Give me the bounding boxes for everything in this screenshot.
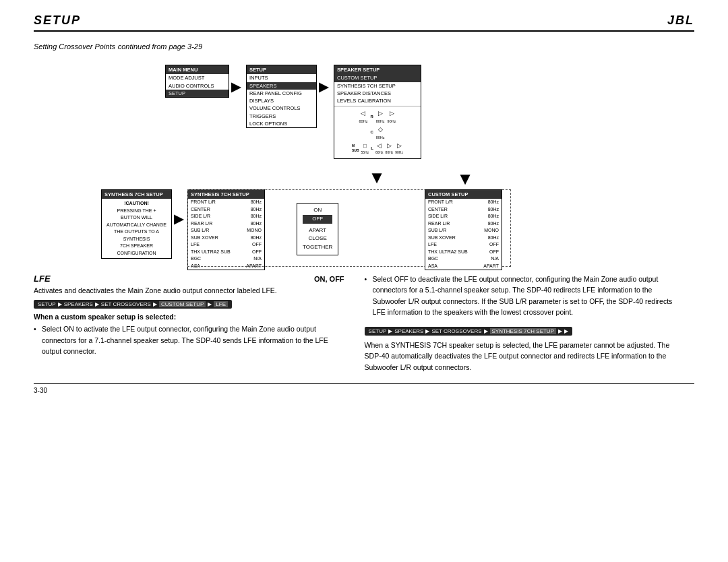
speaker-setup-synthesis: SYNTHESIS 7CH SETUP xyxy=(334,82,421,90)
menu-item-setup: SETUP xyxy=(166,90,229,97)
speaker-setup-title: SPEAKER SETUP xyxy=(334,65,421,74)
top-diagram: MAIN MENU MODE ADJUST AUDIO CONTROLS SET… xyxy=(34,58,694,267)
arrow-2: ▶ xyxy=(319,80,328,94)
setup-menu-title: SETUP xyxy=(247,65,316,74)
section-title: Setting Crossover Points continued from … xyxy=(34,41,694,51)
speaker-row-sub: MSUB □ 55Hz L ◁ 60Hz ▷ 80Hz ▷ xyxy=(337,142,418,156)
lfe-section: LFE ON, OFF Activates and deactivates th… xyxy=(34,274,694,373)
bc-custom-setup: CUSTOM SETUP xyxy=(159,301,206,307)
synthesis-warning-box: SYNTHESIS 7CH SETUP !CAUTION! PRESSING T… xyxy=(101,189,172,259)
spk-left: ◁ 60Hz xyxy=(359,109,368,124)
lfe-on-off: ON, OFF xyxy=(314,275,344,283)
menu-item-inputs: INPUTS xyxy=(247,74,316,82)
speaker-setup-custom: CUSTOM SETUP xyxy=(334,74,421,82)
synthesis-warning-content: !CAUTION! PRESSING THE + BUTTON WILL AUT… xyxy=(102,199,171,258)
menu-item-volume-controls: VOLUME CONTROLS xyxy=(247,104,316,112)
breadcrumb-1: SETUP ▶ SPEAKERS ▶ SET CROSSOVERS ▶ CUST… xyxy=(34,300,232,309)
page-footer: 3-30 xyxy=(34,383,694,394)
menu-item-speakers: SPEAKERS xyxy=(247,82,316,90)
menu-item-rear-panel: REAR PANEL CONFIG xyxy=(247,90,316,97)
bc-setup: SETUP xyxy=(38,301,56,307)
bc2-setup: SETUP xyxy=(369,328,387,334)
off-option: OFF xyxy=(303,215,332,224)
menu-item-mode-adjust: MODE ADJUST xyxy=(166,74,229,82)
bc-lfe: LFE xyxy=(214,301,228,307)
lfe-right-col: • Select OFF to deactivate the LFE outpu… xyxy=(365,274,675,373)
lfe-heading: LFE xyxy=(34,274,51,284)
bc-set-crossovers: SET CROSSOVERS xyxy=(101,301,151,307)
arrow-3: ▶ xyxy=(174,212,183,226)
menu-item-audio-controls: AUDIO CONTROLS xyxy=(166,82,229,90)
menu-item-triggers: TRIGGERS xyxy=(247,113,316,120)
apart-option: APART xyxy=(303,226,332,235)
bc2-speakers: SPEAKERS xyxy=(394,328,423,334)
page-title: SETUP xyxy=(34,13,81,28)
lfe-left-col: LFE ON, OFF Activates and deactivates th… xyxy=(34,274,344,373)
page: SETUP JBL Setting Crossover Points conti… xyxy=(0,0,728,562)
menu-item-lock-options: LOCK OPTIONS xyxy=(247,120,316,127)
speaker-icons-area: ◁ 60Hz R ▷ 80Hz ▷ 90Hz C xyxy=(334,106,421,158)
page-number: 3-30 xyxy=(34,387,47,394)
synthesis-warning-title: SYNTHESIS 7CH SETUP xyxy=(102,190,171,199)
custom-setup-title: CUSTOM SETUP xyxy=(425,190,502,199)
onoff-box: ON OFF APART CLOSE TOGETHER xyxy=(297,203,338,255)
bc2-synthesis: SYNTHESIS 7CH SETUP xyxy=(490,328,556,334)
main-menu-box: MAIN MENU MODE ADJUST AUDIO CONTROLS SET… xyxy=(165,65,229,98)
speaker-row-front: ◁ 60Hz R ▷ 80Hz ▷ 90Hz xyxy=(337,109,418,124)
spk-center-label: R xyxy=(370,114,373,120)
header: SETUP JBL xyxy=(34,13,694,32)
together-option: TOGETHER xyxy=(303,243,332,252)
custom-setup-box: CUSTOM SETUP FRONT L/R80Hz CENTER80Hz SI… xyxy=(425,189,502,270)
bullet-2: • Select OFF to deactivate the LFE outpu… xyxy=(365,274,675,317)
lfe-description: Activates and deactivates the Main Zone … xyxy=(34,285,344,296)
speaker-row-center: C ◇ 80Hz xyxy=(337,125,418,140)
speaker-setup-levels: LEVELS CALIBRATION xyxy=(334,97,421,104)
bc2-set-crossovers: SET CROSSOVERS xyxy=(431,328,481,334)
arrow-down-2: ▶ xyxy=(458,175,473,185)
bullet-1: • Select ON to activate the LFE output c… xyxy=(34,323,344,356)
main-menu-title: MAIN MENU xyxy=(166,65,229,74)
menu-item-displays: DISPLAYS xyxy=(247,97,316,104)
arrow-1: ▶ xyxy=(231,80,241,94)
close-option: CLOSE xyxy=(303,235,332,243)
speaker-setup-distances: SPEAKER DISTANCES xyxy=(334,90,421,97)
synthesis-7ch-text: When a SYNTHESIS 7CH speaker setup is se… xyxy=(365,340,675,373)
when-custom-heading: When a custom speaker setup is selected: xyxy=(34,313,344,321)
breadcrumb-2: SETUP ▶ SPEAKERS ▶ SET CROSSOVERS ▶ SYNT… xyxy=(365,327,572,336)
brand-label: JBL xyxy=(667,13,694,28)
arrow-down: ▶ xyxy=(370,174,385,183)
setup-menu-box: SETUP INPUTS SPEAKERS REAR PANEL CONFIG … xyxy=(246,65,317,128)
on-option: ON xyxy=(303,206,332,215)
speaker-setup-box: SPEAKER SETUP CUSTOM SETUP SYNTHESIS 7CH… xyxy=(334,65,421,159)
custom-setup-table: FRONT L/R80Hz CENTER80Hz SIDE L/R80Hz RE… xyxy=(428,199,499,270)
bc-speakers: SPEAKERS xyxy=(64,301,93,307)
